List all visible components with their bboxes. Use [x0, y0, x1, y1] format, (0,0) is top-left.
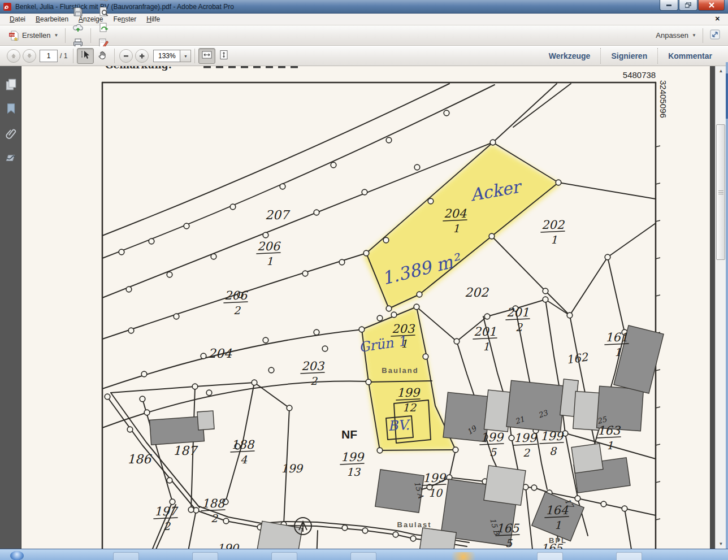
- svg-text:2: 2: [233, 304, 241, 316]
- select-tool-button[interactable]: [77, 48, 94, 64]
- cloud-upload-button[interactable]: [69, 20, 87, 36]
- svg-text:161: 161: [605, 331, 628, 344]
- fit-width-button[interactable]: [198, 48, 215, 64]
- attachments-icon: [4, 126, 18, 140]
- taskbar-item[interactable]: [537, 552, 563, 560]
- scroll-down-button[interactable]: ▼: [716, 539, 726, 549]
- window-border-right: [726, 62, 728, 549]
- svg-text:8: 8: [549, 445, 557, 457]
- parcel-label: 202: [465, 285, 489, 299]
- restore-button[interactable]: [679, 0, 697, 11]
- anpassen-button[interactable]: Anpassen ▼: [651, 28, 699, 44]
- menu-item-bearbeiten[interactable]: Bearbeiten: [31, 14, 73, 24]
- taskbar-item[interactable]: [192, 552, 218, 560]
- vertical-scrollbar[interactable]: ▲ ▼: [715, 66, 726, 549]
- chevron-down-icon: ▼: [54, 33, 59, 38]
- save-button[interactable]: [69, 4, 87, 20]
- svg-text:1: 1: [554, 519, 561, 531]
- start-orb-icon[interactable]: [10, 551, 24, 560]
- svg-text:2: 2: [523, 446, 531, 459]
- svg-text:163: 163: [597, 424, 621, 437]
- svg-text:1: 1: [453, 222, 460, 235]
- svg-text:197: 197: [154, 505, 179, 518]
- parcel-label: 199: [281, 462, 304, 475]
- cadastral-map: Gemarkung:548073832405096207204202199186…: [21, 66, 710, 549]
- open-button[interactable]: [69, 0, 87, 4]
- expand-panel-button[interactable]: [707, 28, 723, 44]
- taskbar-item[interactable]: [113, 552, 139, 560]
- export-page-button[interactable]: [94, 20, 112, 36]
- signatures-panel-button[interactable]: [4, 150, 18, 164]
- page-number-input[interactable]: [40, 50, 58, 62]
- svg-text:199: 199: [514, 431, 538, 445]
- close-button[interactable]: [698, 0, 725, 11]
- search-document-button[interactable]: [94, 4, 112, 20]
- svg-text:203: 203: [301, 359, 325, 373]
- signatures-icon: [4, 150, 18, 164]
- svg-text:199: 199: [397, 386, 421, 400]
- fit-page-icon: [219, 50, 229, 62]
- parcel-label: 207: [265, 208, 291, 222]
- menu-item-hilfe[interactable]: Hilfe: [141, 14, 165, 24]
- search-document-icon: [97, 6, 110, 18]
- previous-page-button[interactable]: [7, 49, 20, 63]
- landuse-label: Baulast: [397, 520, 432, 529]
- svg-text:201: 201: [474, 325, 496, 338]
- building-footprint: [571, 444, 603, 474]
- delete-pages-button[interactable]: [94, 0, 112, 4]
- cloud-upload-icon: [72, 21, 84, 34]
- svg-text:164: 164: [545, 503, 569, 517]
- svg-text:2: 2: [310, 375, 318, 387]
- zoom-level-input[interactable]: 133%: [153, 50, 180, 62]
- zoom-out-button[interactable]: [119, 49, 133, 63]
- svg-text:1: 1: [551, 233, 557, 246]
- clipped-header-text: Gemarkung:: [105, 66, 172, 71]
- scrollbar-thumb[interactable]: [716, 124, 725, 260]
- taskbar-item[interactable]: [350, 552, 376, 560]
- kommentar-button[interactable]: Kommentar: [657, 48, 722, 64]
- taskbar-item[interactable]: [616, 552, 642, 560]
- svg-text:10: 10: [428, 487, 443, 499]
- building-footprint: [484, 466, 526, 506]
- svg-text:2: 2: [211, 512, 219, 524]
- minimize-button[interactable]: [660, 0, 678, 11]
- save-icon: [72, 6, 84, 18]
- document-page[interactable]: Gemarkung:548073832405096207204202199186…: [21, 66, 710, 549]
- attachments-panel-button[interactable]: [4, 126, 18, 140]
- grid-coordinate-right: 32405096: [658, 80, 668, 118]
- menu-item-datei[interactable]: Datei: [5, 14, 31, 24]
- chevron-down-icon: ▼: [692, 33, 696, 38]
- window-title: Benkel, Julia - Flurstück mit BV (Bauvor…: [15, 3, 234, 11]
- taskbar-item[interactable]: [447, 552, 480, 560]
- next-page-button[interactable]: [23, 49, 36, 63]
- menu-item-fenster[interactable]: Fenster: [108, 14, 141, 24]
- page-thumbnails-icon: [4, 77, 18, 91]
- taskbar-item[interactable]: [271, 552, 297, 560]
- erstellen-button[interactable]: PDF Erstellen ▼: [5, 28, 62, 44]
- svg-text:PDF: PDF: [10, 33, 16, 36]
- werkzeuge-button[interactable]: Werkzeuge: [539, 48, 601, 64]
- grid-coordinate-top: 5480738: [623, 70, 656, 80]
- svg-text:1: 1: [266, 255, 273, 267]
- bookmarks-panel-button[interactable]: [4, 102, 18, 115]
- navigation-pane: [0, 66, 21, 549]
- windows-taskbar[interactable]: [0, 549, 728, 560]
- svg-text:206: 206: [257, 240, 281, 253]
- page-thumbnails-panel-button[interactable]: [4, 77, 18, 91]
- zoom-dropdown-button[interactable]: ▼: [180, 50, 191, 62]
- fit-page-button[interactable]: [215, 48, 232, 64]
- close-document-button[interactable]: ✕: [715, 15, 720, 23]
- building-footprint: [197, 411, 214, 430]
- scroll-up-button[interactable]: ▲: [716, 66, 726, 76]
- hand-tool-button[interactable]: [94, 48, 111, 64]
- svg-text:13: 13: [346, 466, 361, 478]
- svg-text:1: 1: [483, 340, 489, 353]
- delete-pages-icon: [97, 0, 110, 2]
- zoom-in-button[interactable]: [135, 49, 149, 63]
- parcel-label: 186: [127, 452, 152, 466]
- pane-edge: [710, 66, 715, 549]
- svg-text:5: 5: [505, 537, 513, 549]
- create-pdf-icon: PDF: [7, 29, 20, 42]
- bookmarks-icon: [4, 102, 18, 115]
- signieren-button[interactable]: Signieren: [600, 48, 657, 64]
